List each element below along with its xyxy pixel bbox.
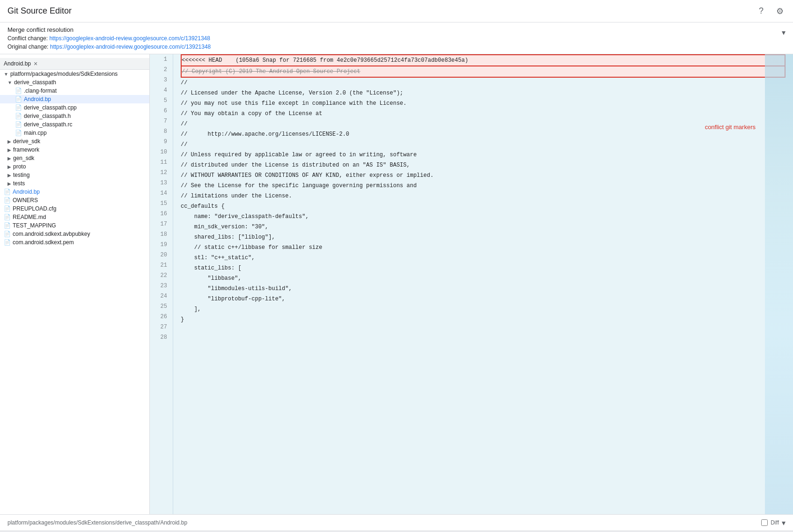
tree-tests-label: tests (13, 180, 25, 187)
code-line: "libmodules-utils-build", (181, 284, 786, 294)
line-number: 3 (155, 75, 167, 85)
tree-derive-rc[interactable]: 📄 derive_classpath.rc (0, 120, 149, 129)
file-icon: 📄 (15, 113, 22, 119)
tree-android-bp-root-label: Android.bp (13, 189, 40, 195)
tree-tests[interactable]: ▶ tests (0, 179, 149, 188)
file-icon: 📄 (4, 197, 11, 204)
file-path: platform/packages/modules/SdkExtensions/… (7, 519, 187, 526)
help-icon[interactable]: ? (756, 6, 767, 17)
code-line: cc_defaults { (181, 201, 786, 211)
line-number: 2 (155, 65, 167, 75)
expand-gen-sdk-icon: ▶ (7, 156, 11, 161)
tree-owners[interactable]: 📄 OWNERS (0, 196, 149, 204)
code-line: // distributed under the License is dist… (181, 160, 786, 170)
tree-derive-rc-label: derive_classpath.rc (24, 121, 72, 128)
diff-toggle[interactable]: Diff ▾ (761, 518, 786, 527)
tree-root-label: platform/packages/modules/SdkExtensions (10, 71, 117, 77)
code-line: // you may not use this file except in c… (181, 98, 786, 109)
code-content: 1234567891011121314151617181920212223242… (150, 54, 793, 514)
tree-gen-sdk[interactable]: ▶ gen_sdk (0, 154, 149, 162)
tree-derive-sdk[interactable]: ▶ derive_sdk (0, 137, 149, 146)
file-icon: 📄 (4, 205, 11, 212)
code-line: // (181, 78, 786, 88)
line-number: 9 (155, 137, 167, 147)
tree-derive-h-label: derive_classpath.h (24, 113, 71, 119)
line-number: 15 (155, 198, 167, 209)
diff-dropdown-icon[interactable]: ▾ (782, 518, 786, 527)
expand-root-icon: ▼ (4, 72, 8, 77)
conflict-change-row: Conflict change: https://googleplex-andr… (7, 35, 786, 42)
app-header: Git Source Editor ? ⚙ (0, 0, 793, 22)
file-tab-close[interactable]: × (34, 60, 37, 67)
file-icon: 📄 (15, 87, 22, 94)
tree-derive-h[interactable]: 📄 derive_classpath.h (0, 112, 149, 120)
file-tree: Android.bp × ▼ platform/packages/modules… (0, 54, 150, 514)
tree-android-bp-selected[interactable]: 📄 Android.bp (0, 95, 149, 103)
tree-owners-label: OWNERS (13, 197, 38, 204)
conflict-url[interactable]: https://googleplex-android-review.google… (49, 35, 210, 42)
tree-proto-label: proto (13, 163, 26, 170)
line-number: 4 (155, 85, 167, 95)
line-number: 23 (155, 281, 167, 291)
code-line: // limitations under the License. (181, 191, 786, 201)
tree-clang-format[interactable]: 📄 .clang-format (0, 87, 149, 95)
code-line: stl: "c++_static", (181, 253, 786, 263)
tree-gen-sdk-label: gen_sdk (13, 155, 34, 161)
file-icon: 📄 (15, 96, 22, 102)
tree-root[interactable]: ▼ platform/packages/modules/SdkExtension… (0, 70, 149, 78)
code-line: // Unless required by applicable law or … (181, 150, 786, 160)
tree-readme[interactable]: 📄 README.md (0, 213, 149, 221)
tree-avbpubkey-label: com.android.sdkext.avbpubkey (13, 231, 90, 237)
file-tab: Android.bp × (0, 58, 149, 70)
code-line: name: "derive_classpath-defaults", (181, 211, 786, 222)
header-icons: ? ⚙ (756, 6, 786, 17)
code-line: shared_libs: ["liblog"], (181, 232, 786, 242)
file-icon: 📄 (15, 130, 22, 136)
file-icon: 📄 (4, 189, 11, 195)
code-line: // static c++/libbase for smaller size (181, 242, 786, 253)
app-title: Git Source Editor (7, 6, 72, 16)
code-line: // WITHOUT WARRANTIES OR CONDITIONS OF A… (181, 170, 786, 181)
tree-testing-label: testing (13, 172, 29, 178)
tree-pem[interactable]: 📄 com.android.sdkext.pem (0, 238, 149, 247)
file-icon: 📄 (4, 239, 11, 246)
original-url[interactable]: https://googleplex-android-review.google… (50, 44, 211, 50)
tree-main-cpp[interactable]: 📄 main.cpp (0, 129, 149, 137)
tree-testing[interactable]: ▶ testing (0, 171, 149, 179)
merge-dropdown-icon[interactable]: ▾ (782, 28, 786, 37)
tree-preupload[interactable]: 📄 PREUPLOAD.cfg (0, 204, 149, 213)
tree-main-cpp-label: main.cpp (24, 130, 47, 136)
line-number: 5 (155, 95, 167, 106)
code-editor[interactable]: 1234567891011121314151617181920212223242… (150, 54, 793, 514)
tree-derive-cpp[interactable]: 📄 derive_classpath.cpp (0, 103, 149, 112)
code-line: <<<<<<< HEAD (1058a6 Snap for 7216685 fr… (181, 54, 786, 66)
line-number: 10 (155, 147, 167, 157)
line-number: 25 (155, 301, 167, 312)
line-number: 24 (155, 291, 167, 301)
code-lines[interactable]: <<<<<<< HEAD (1058a6 Snap for 7216685 fr… (173, 54, 793, 514)
tree-pem-label: com.android.sdkext.pem (13, 239, 74, 246)
diff-checkbox[interactable] (761, 519, 768, 526)
status-bar: platform/packages/modules/SdkExtensions/… (0, 514, 793, 531)
tree-test-mapping[interactable]: 📄 TEST_MAPPING (0, 221, 149, 230)
tree-framework[interactable]: ▶ framework (0, 146, 149, 154)
line-number: 22 (155, 270, 167, 281)
merge-bar: Merge conflict resolution Conflict chang… (0, 22, 793, 54)
line-number: 17 (155, 219, 167, 229)
tree-android-bp-root[interactable]: 📄 Android.bp (0, 188, 149, 196)
tree-proto[interactable]: ▶ proto (0, 162, 149, 171)
original-label: Original change: (7, 44, 48, 50)
line-number: 14 (155, 188, 167, 198)
code-line: // (181, 139, 786, 150)
minimap (765, 54, 793, 514)
code-line: min_sdk_version: "30", (181, 222, 786, 232)
code-line: } (181, 314, 786, 325)
code-line: static_libs: [ (181, 263, 786, 273)
line-number: 13 (155, 178, 167, 188)
tree-derive-classpath[interactable]: ▼ derive_classpath (0, 78, 149, 87)
tree-avbpubkey[interactable]: 📄 com.android.sdkext.avbpubkey (0, 230, 149, 238)
settings-icon[interactable]: ⚙ (774, 6, 786, 17)
file-icon: 📄 (4, 214, 11, 220)
tree-framework-label: framework (13, 146, 39, 153)
expand-derive-sdk-icon: ▶ (7, 139, 11, 144)
